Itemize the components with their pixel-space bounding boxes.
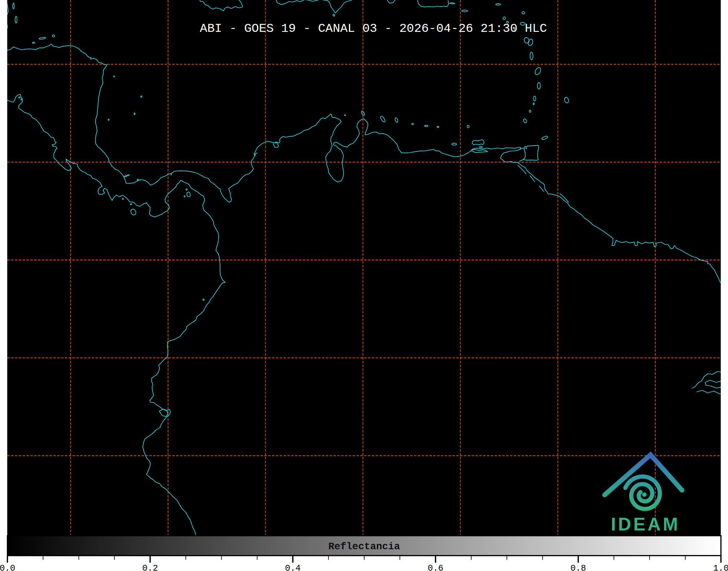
svg-text:IDEAM: IDEAM bbox=[611, 514, 680, 534]
svg-text:1.0: 1.0 bbox=[713, 563, 728, 571]
svg-text:0.4: 0.4 bbox=[285, 563, 300, 571]
svg-text:0.2: 0.2 bbox=[142, 563, 158, 571]
svg-text:Reflectancia: Reflectancia bbox=[328, 541, 400, 552]
svg-text:0.0: 0.0 bbox=[0, 563, 15, 571]
svg-text:0.6: 0.6 bbox=[428, 563, 443, 571]
svg-text:0.8: 0.8 bbox=[571, 563, 586, 571]
